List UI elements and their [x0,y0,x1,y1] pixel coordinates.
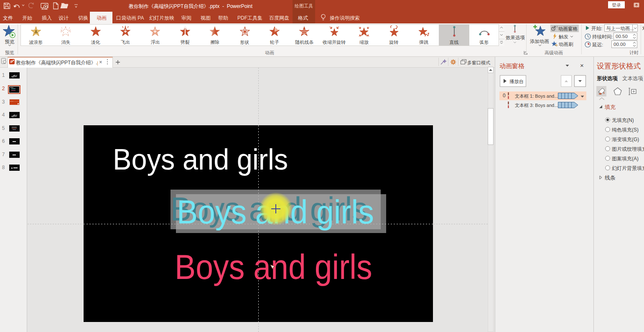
svg-text:P: P [10,60,13,64]
svg-text:A: A [34,30,37,34]
